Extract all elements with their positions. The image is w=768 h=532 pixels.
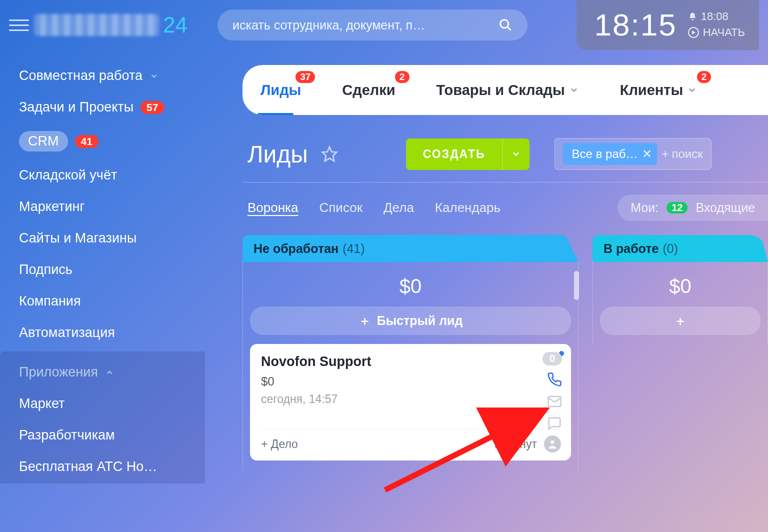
plus-icon: ＋ (358, 312, 371, 329)
page-title: Лиды (248, 140, 308, 168)
sidebar-item-tasks[interactable]: Задачи и Проекты 57 (19, 92, 205, 123)
global-search[interactable] (218, 10, 528, 40)
sidebar-item-marketing[interactable]: Маркетинг (19, 191, 205, 222)
tab-leads[interactable]: Лиды 37 (258, 82, 304, 98)
lead-duration: 9 Минут (494, 438, 537, 451)
badge: 37 (296, 71, 315, 83)
column-sum: $0 (250, 275, 571, 298)
sidebar-item-free-ats[interactable]: Бесплатная АТС Но… (19, 451, 205, 482)
mine-filter[interactable]: Мои: 12 Входящие (618, 194, 768, 221)
sidebar-item-company[interactable]: Компания (19, 286, 205, 317)
start-timer[interactable]: НАЧАТЬ (688, 26, 745, 39)
mail-icon[interactable] (547, 394, 562, 409)
chevron-down-icon (687, 85, 697, 95)
search-input[interactable] (232, 18, 498, 32)
chevron-down-icon (569, 85, 579, 95)
search-icon (498, 18, 512, 32)
lead-amount: $0 (261, 374, 561, 388)
clock-time: 18:15 (594, 7, 677, 42)
tab-clients[interactable]: Клиенты 2 (617, 82, 700, 98)
brand: 24 (34, 12, 188, 38)
sidebar-apps-toggle[interactable]: Приложения (19, 356, 205, 388)
tab-deals[interactable]: Сделки 2 (339, 82, 398, 98)
column-header[interactable]: Не обработан (41) (242, 235, 578, 262)
sidebar-item-crm[interactable]: CRM 41 (19, 123, 205, 160)
brand-suffix: 24 (163, 12, 188, 38)
chat-icon[interactable] (547, 416, 562, 431)
view-list[interactable]: Список (320, 200, 363, 216)
chevron-down-icon (511, 149, 521, 159)
add-task-link[interactable]: + Дело (261, 438, 298, 451)
view-calendar[interactable]: Календарь (435, 200, 500, 216)
chevron-up-icon (105, 368, 114, 377)
filter-chip[interactable]: Все в раб… ✕ (563, 143, 657, 165)
quick-lead-button[interactable]: ＋ Быстрый лид (250, 306, 571, 335)
sidebar-item-automation[interactable]: Автоматизация (19, 317, 205, 348)
sidebar: Совместная работа Задачи и Проекты 57 CR… (0, 60, 205, 484)
activity-count-badge: 0 (542, 352, 562, 366)
sidebar-item-developers[interactable]: Разработчикам (19, 420, 205, 451)
mine-count: 12 (666, 202, 688, 214)
badge: 41 (75, 135, 98, 148)
play-icon (688, 27, 699, 38)
create-button[interactable]: СОЗДАТЬ (406, 138, 502, 170)
bell-icon (688, 12, 697, 21)
sidebar-item-market[interactable]: Маркет (19, 388, 205, 420)
kanban-column-in-progress: В работе (0) $0 ＋ (592, 235, 768, 470)
main-area: Лиды 37 Сделки 2 Товары и Склады Клиенты… (242, 65, 768, 470)
phone-icon[interactable] (547, 372, 562, 387)
tab-products[interactable]: Товары и Склады (434, 82, 582, 98)
filter-search[interactable]: Все в раб… ✕ + поиск (554, 138, 712, 170)
badge: 57 (140, 101, 164, 114)
column-header[interactable]: В работе (0) (592, 235, 768, 262)
sidebar-item-sites[interactable]: Сайты и Магазины (19, 222, 205, 254)
star-icon[interactable] (321, 146, 338, 162)
lead-date: сегодня, 14:57 (261, 392, 561, 406)
lead-card[interactable]: 0 Novofon Support $0 сегодня, 14:57 + Де… (250, 344, 571, 460)
avatar-icon[interactable] (544, 436, 561, 452)
plus-icon: ＋ (674, 312, 686, 329)
badge: 2 (395, 71, 410, 83)
chevron-down-icon (150, 72, 158, 80)
badge: 2 (697, 71, 712, 83)
kanban-board: Не обработан (41) $0 ＋ Быстрый лид 0 Nov… (242, 235, 768, 470)
svg-point-0 (500, 20, 508, 28)
filter-add-search[interactable]: + поиск (662, 147, 703, 161)
divider (242, 182, 768, 182)
crm-pill: CRM (19, 131, 68, 152)
view-kanban[interactable]: Воронка (248, 200, 298, 216)
clock-widget[interactable]: 18:15 18:08 НАЧАТЬ (576, 0, 760, 50)
scrollbar-thumb[interactable] (574, 271, 579, 300)
sidebar-item-sign[interactable]: Подпись (19, 254, 205, 286)
svg-marker-2 (322, 147, 336, 161)
create-dropdown[interactable] (502, 138, 530, 170)
sidebar-item-inventory[interactable]: Складской учёт (19, 160, 205, 191)
view-activities[interactable]: Дела (384, 200, 414, 216)
crm-tabs: Лиды 37 Сделки 2 Товары и Склады Клиенты… (242, 65, 768, 115)
kanban-column-unprocessed: Не обработан (41) $0 ＋ Быстрый лид 0 Nov… (242, 235, 578, 470)
svg-point-4 (550, 440, 554, 444)
svg-line-1 (508, 27, 510, 30)
lead-title: Novofon Support (261, 354, 561, 370)
brand-blur (34, 14, 159, 36)
notification-time[interactable]: 18:08 (688, 10, 745, 23)
column-sum: $0 (600, 275, 760, 298)
menu-toggle[interactable] (9, 20, 29, 31)
sidebar-item-collab[interactable]: Совместная работа (19, 60, 205, 92)
quick-lead-button[interactable]: ＋ (600, 306, 760, 335)
close-icon[interactable]: ✕ (642, 147, 652, 161)
